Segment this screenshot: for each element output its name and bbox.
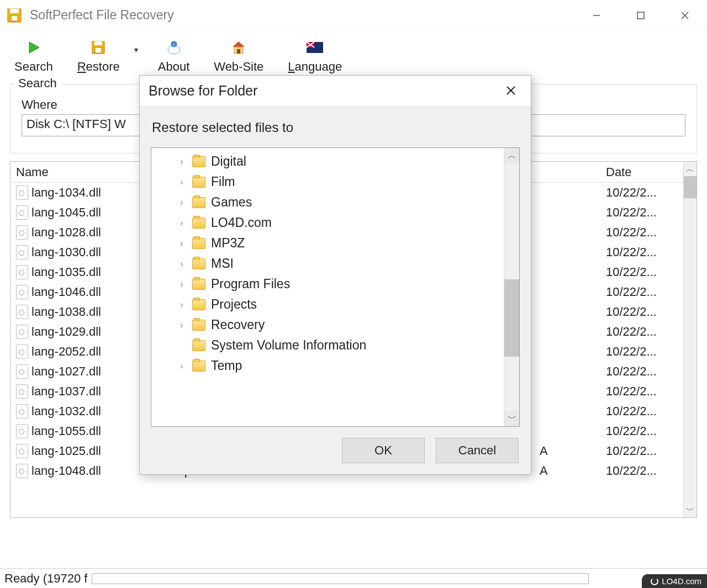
folder-label: Projects: [211, 297, 257, 312]
folder-tree-item[interactable]: › MP3Z: [151, 233, 504, 253]
expand-icon[interactable]: ›: [177, 300, 187, 310]
tree-scroll-up-icon[interactable]: ︿: [504, 148, 519, 163]
folder-tree: › Digital › Film › Games › LO4D.com › MP…: [151, 147, 520, 427]
expand-icon[interactable]: ›: [177, 320, 187, 330]
folder-tree-item[interactable]: › LO4D.com: [151, 213, 504, 233]
tree-scrollbar[interactable]: ︿ ﹀: [504, 148, 519, 426]
folder-label: MSI: [211, 256, 234, 271]
folder-tree-item[interactable]: › Program Files: [151, 274, 504, 294]
tree-scroll-thumb[interactable]: [504, 279, 519, 357]
dialog-title-text: Browse for Folder: [149, 83, 257, 99]
folder-icon: [192, 299, 205, 310]
folder-label: Recovery: [211, 317, 265, 332]
folder-icon: [192, 361, 205, 372]
folder-icon: [192, 197, 205, 208]
folder-icon: [192, 279, 205, 290]
dialog-titlebar: Browse for Folder: [140, 76, 531, 105]
expand-icon[interactable]: ›: [177, 279, 187, 289]
folder-label: LO4D.com: [211, 215, 272, 230]
watermark-text: LO4D.com: [662, 576, 701, 586]
folder-tree-item[interactable]: › MSI: [151, 253, 504, 274]
folder-tree-item[interactable]: › Digital: [151, 151, 504, 172]
folder-icon: [192, 177, 205, 188]
tree-scroll-down-icon[interactable]: ﹀: [504, 411, 519, 426]
folder-icon: [192, 218, 205, 229]
expand-icon[interactable]: ›: [177, 157, 187, 167]
watermark-icon: [651, 578, 658, 585]
expand-icon[interactable]: ›: [177, 259, 187, 269]
folder-label: System Volume Information: [211, 338, 366, 353]
folder-label: Digital: [211, 154, 246, 169]
folder-icon: [192, 258, 205, 269]
folder-tree-item[interactable]: › Temp: [151, 356, 504, 376]
folder-icon: [192, 156, 205, 167]
dialog-message: Restore selected files to: [140, 105, 531, 147]
expand-icon[interactable]: ›: [177, 177, 187, 187]
folder-label: Film: [211, 174, 235, 189]
app-window: SoftPerfect File Recovery Search Restore…: [0, 0, 707, 588]
folder-tree-item[interactable]: › Recovery: [151, 315, 504, 335]
cancel-button[interactable]: Cancel: [436, 438, 519, 463]
watermark-badge: LO4D.com: [642, 574, 707, 588]
folder-label: MP3Z: [211, 236, 245, 251]
dialog-close-button[interactable]: [500, 80, 522, 102]
folder-tree-item[interactable]: › Projects: [151, 294, 504, 315]
folder-label: Program Files: [211, 277, 290, 292]
folder-tree-item[interactable]: System Volume Information: [151, 335, 504, 356]
ok-button[interactable]: OK: [342, 438, 425, 463]
expand-icon[interactable]: ›: [177, 218, 187, 228]
folder-tree-item[interactable]: › Film: [151, 172, 504, 192]
folder-icon: [192, 340, 205, 351]
folder-icon: [192, 320, 205, 331]
folder-tree-item[interactable]: › Games: [151, 192, 504, 213]
folder-label: Temp: [211, 358, 242, 373]
dialog-backdrop: Browse for Folder Restore selected files…: [0, 0, 707, 588]
expand-icon[interactable]: ›: [177, 361, 187, 371]
expand-icon[interactable]: ›: [177, 198, 187, 208]
folder-icon: [192, 238, 205, 249]
expand-icon[interactable]: ›: [177, 239, 187, 248]
folder-label: Games: [211, 195, 252, 210]
browse-folder-dialog: Browse for Folder Restore selected files…: [139, 75, 531, 475]
